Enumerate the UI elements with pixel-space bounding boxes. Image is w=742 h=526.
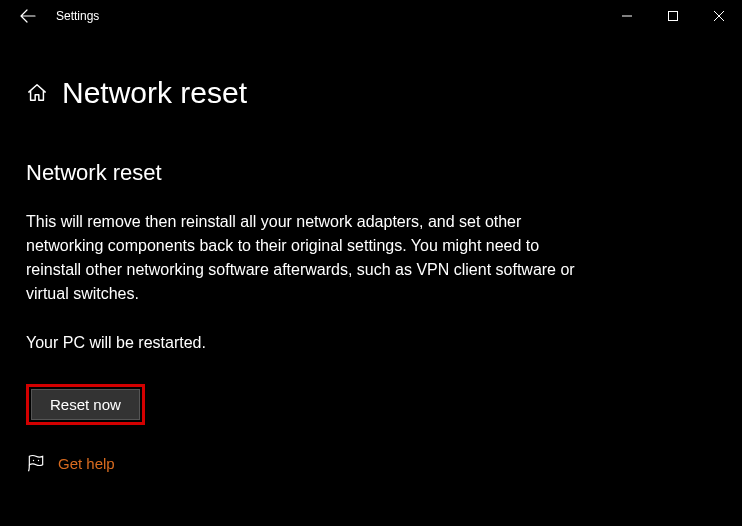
restart-note: Your PC will be restarted. <box>26 334 594 352</box>
close-icon <box>714 11 724 21</box>
minimize-button[interactable] <box>604 0 650 32</box>
page-header: Network reset <box>0 32 742 110</box>
section-heading: Network reset <box>26 160 594 186</box>
maximize-button[interactable] <box>650 0 696 32</box>
back-button[interactable] <box>8 0 48 32</box>
home-icon <box>26 82 48 104</box>
close-button[interactable] <box>696 0 742 32</box>
svg-rect-1 <box>669 12 678 21</box>
svg-point-4 <box>33 460 34 461</box>
reset-now-button[interactable]: Reset now <box>31 389 140 420</box>
help-icon <box>26 453 46 473</box>
page-title: Network reset <box>62 76 247 110</box>
svg-point-5 <box>38 460 39 461</box>
window-title: Settings <box>48 9 604 23</box>
get-help-link[interactable]: Get help <box>58 455 115 472</box>
arrow-left-icon <box>20 8 36 24</box>
description-text: This will remove then reinstall all your… <box>26 210 594 306</box>
window-controls <box>604 0 742 32</box>
minimize-icon <box>622 11 632 21</box>
maximize-icon <box>668 11 678 21</box>
content-area: Network reset This will remove then rein… <box>0 110 620 473</box>
reset-button-highlight: Reset now <box>26 384 145 425</box>
help-row: Get help <box>26 449 594 473</box>
titlebar: Settings <box>0 0 742 32</box>
